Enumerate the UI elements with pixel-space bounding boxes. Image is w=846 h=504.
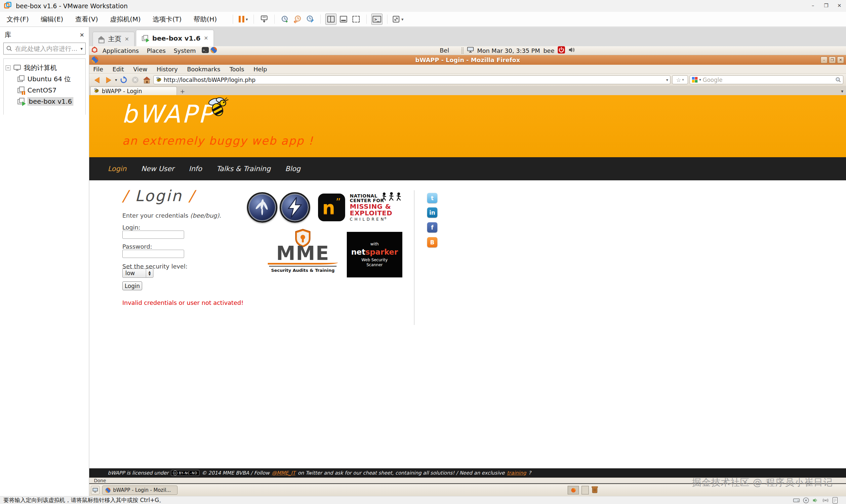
tab-close-icon[interactable]: ✕ (125, 36, 129, 42)
places-menu[interactable]: Places (143, 47, 169, 54)
ff-menu-file[interactable]: File (93, 66, 103, 73)
library-search[interactable]: ▾ (3, 42, 86, 54)
linkedin-icon[interactable]: in (427, 208, 437, 218)
console-view-button[interactable]: >_ (371, 14, 382, 25)
harddisk-icon[interactable] (793, 498, 800, 503)
web-search-input[interactable] (703, 77, 834, 83)
show-thumbnail-bar-button[interactable] (338, 14, 349, 25)
firefox-tab-bwapp[interactable]: bWAPP - Login (90, 87, 177, 95)
tab-bee-box[interactable]: bee-box v1.6 ✕ (136, 30, 214, 46)
volume-applet-icon[interactable] (568, 47, 575, 54)
firefox-minimize-button[interactable]: – (821, 56, 828, 64)
maximize-button[interactable]: ❐ (819, 0, 833, 11)
menu-help[interactable]: 帮助(H) (193, 15, 217, 24)
list-all-tabs-caret-icon[interactable]: ▾ (841, 89, 843, 94)
search-engine-caret-icon[interactable]: ▾ (699, 78, 701, 82)
display-applet-icon[interactable] (467, 47, 474, 54)
facebook-icon[interactable]: f (427, 222, 437, 233)
applications-menu[interactable]: Applications (99, 47, 142, 54)
url-dropdown-caret-icon[interactable]: ▾ (666, 78, 668, 82)
blogger-icon[interactable]: B (427, 237, 437, 247)
search-filter-caret-icon[interactable]: ▾ (80, 46, 83, 51)
ncmec-logo[interactable]: NATIONAL CENTER FOR MISSING & EXPLOITED … (350, 194, 399, 222)
login-input[interactable] (122, 231, 184, 239)
revert-snapshot-button[interactable] (292, 14, 303, 25)
system-menu[interactable]: System (170, 47, 199, 54)
ctrl-alt-del-button[interactable] (259, 14, 270, 25)
nav-talks-training[interactable]: Talks & Training (217, 165, 271, 173)
owasp-logo[interactable] (247, 192, 277, 222)
nav-new-user[interactable]: New User (141, 165, 174, 173)
show-desktop-button[interactable] (91, 486, 100, 494)
url-input[interactable] (163, 77, 664, 83)
workspace-switcher-active[interactable] (568, 486, 579, 494)
take-snapshot-button[interactable] (279, 14, 291, 25)
workspace-switcher-empty[interactable] (582, 486, 589, 494)
security-level-select[interactable]: low ▲▼ (122, 269, 153, 278)
cdrom-icon[interactable] (803, 498, 809, 503)
ff-menu-tools[interactable]: Tools (229, 66, 244, 73)
suspend-vm-button[interactable]: ▾ (238, 14, 249, 25)
nav-info[interactable]: Info (189, 165, 202, 173)
stop-button[interactable] (130, 75, 140, 85)
user-applet[interactable]: bee (543, 47, 554, 54)
back-button[interactable] (92, 75, 102, 85)
panel-grip-handle[interactable] (461, 47, 464, 54)
firefox-titlebar[interactable]: bWAPP - Login - Mozilla Firefox – ❐ ✕ (89, 55, 846, 65)
ff-menu-history[interactable]: History (157, 66, 178, 73)
menu-view[interactable]: 查看(V) (75, 15, 98, 24)
menu-edit[interactable]: 编辑(E) (41, 15, 63, 24)
terminal-launcher-icon[interactable]: >_ (202, 47, 209, 54)
tab-home[interactable]: 主页 ✕ (92, 32, 135, 46)
search-bar[interactable]: ▾ (690, 75, 843, 84)
nav-blog[interactable]: Blog (285, 165, 300, 173)
library-close-icon[interactable]: ✕ (80, 32, 84, 38)
zap-logo[interactable] (280, 192, 310, 222)
tree-item-bee-box[interactable]: bee-box v1.6 (6, 96, 83, 107)
history-caret-icon[interactable]: ▾ (115, 78, 117, 82)
training-link[interactable]: training (507, 470, 526, 476)
mme-logo[interactable]: MME Security Audits & Training (266, 229, 339, 273)
cc-license-badge[interactable]: cc BY-NC-ND (171, 470, 200, 476)
twitter-icon[interactable]: t (427, 193, 437, 203)
trash-icon[interactable] (591, 486, 598, 495)
ff-menu-edit[interactable]: Edit (113, 66, 124, 73)
firefox-close-button[interactable]: ✕ (837, 56, 844, 64)
tree-item-my-computer[interactable]: 我的计算机 (6, 62, 83, 73)
library-search-input[interactable] (15, 45, 78, 52)
reload-button[interactable] (119, 75, 128, 85)
sound-icon[interactable] (812, 498, 819, 503)
nav-login[interactable]: Login (108, 165, 127, 173)
ff-menu-help[interactable]: Help (254, 66, 267, 73)
ff-menu-view[interactable]: View (133, 66, 148, 73)
close-button[interactable]: ✕ (833, 0, 846, 11)
home-button[interactable] (142, 75, 152, 85)
firefox-maximize-button[interactable]: ❐ (829, 56, 836, 64)
show-library-button[interactable] (325, 14, 336, 25)
menu-tabs[interactable]: 选项卡(T) (153, 15, 182, 24)
forward-button[interactable] (103, 75, 114, 85)
taskbar-firefox-task[interactable]: bWAPP - Login - Mozil... (102, 486, 177, 495)
menu-vm[interactable]: 虚拟机(M) (110, 15, 141, 24)
firefox-launcher-icon[interactable] (210, 47, 217, 55)
new-tab-button[interactable]: + (177, 87, 188, 95)
shutdown-applet-icon[interactable] (558, 46, 565, 55)
menu-file[interactable]: 文件(F) (6, 15, 29, 24)
expander-icon[interactable] (6, 66, 11, 70)
netsparker-logo[interactable]: with netsparker Web SecurityScanner (347, 232, 402, 277)
message-log-icon[interactable] (832, 497, 838, 504)
select-stepper-icon[interactable]: ▲▼ (146, 269, 153, 277)
ff-menu-bookmarks[interactable]: Bookmarks (187, 66, 221, 73)
login-submit-button[interactable]: Login (122, 282, 142, 290)
manage-snapshots-button[interactable] (305, 14, 316, 25)
clock-applet[interactable]: Mon Mar 30, 3:35 PM (477, 47, 540, 54)
network-adapter-icon[interactable] (822, 498, 829, 503)
password-input[interactable] (122, 250, 184, 258)
minimize-button[interactable]: – (806, 0, 819, 11)
mme-it-link[interactable]: @MME_IT (272, 470, 295, 476)
fit-guest-button[interactable]: ▾ (392, 14, 404, 25)
bookmark-star-button[interactable]: ☆ ▾ (672, 75, 688, 84)
url-bar[interactable]: ▾ (153, 75, 671, 84)
tree-item-ubuntu[interactable]: Ubuntu 64 位 (6, 73, 83, 85)
tab-close-icon[interactable]: ✕ (204, 35, 208, 41)
